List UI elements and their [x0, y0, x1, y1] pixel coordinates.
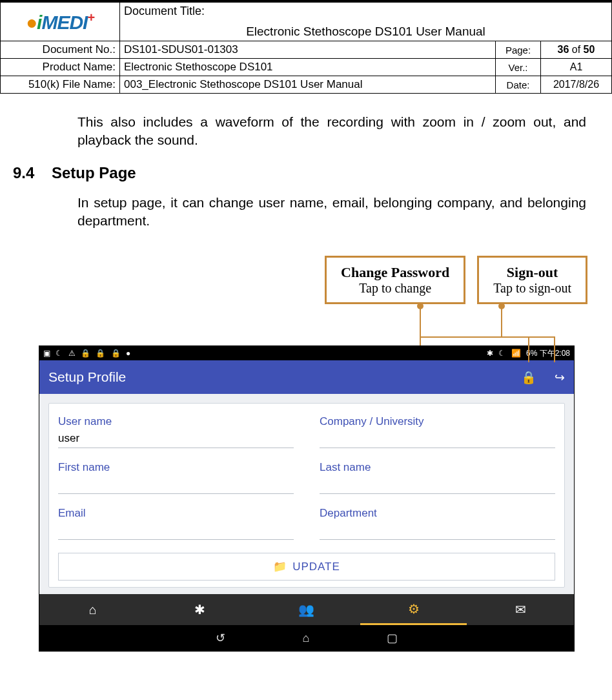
- callout-so-sub: Tap to sign-out: [493, 281, 571, 296]
- imedi-logo: ●iMEDI+: [26, 12, 94, 33]
- status-icon: ●: [126, 349, 130, 358]
- tab-mail[interactable]: ✉: [467, 594, 574, 625]
- user-name-label: User name: [58, 415, 294, 428]
- connector-line: [501, 308, 502, 338]
- doc-title-value: Electronic Stethoscope DS101 User Manual: [124, 18, 607, 39]
- logo-cell: ●iMEDI+: [1, 3, 120, 41]
- callout-cp-title: Change Password: [341, 264, 449, 281]
- file-label: 510(k) File Name:: [1, 76, 120, 94]
- ver-label: Ver.:: [496, 59, 541, 76]
- date-label: Date:: [496, 76, 541, 94]
- callout-so-title: Sign-out: [493, 264, 571, 281]
- android-status-bar: ▣ ☾ ⚠ 🔒 🔒 🔒 ● ✱ ☾ 📶 6% 下午2:08: [39, 346, 574, 360]
- callout-sign-out: Sign-out Tap to sign-out: [477, 256, 587, 304]
- folder-icon: 📁: [273, 560, 287, 573]
- connector-line: [528, 336, 529, 362]
- bluetooth-icon: ✱: [487, 349, 493, 358]
- nav-back-icon[interactable]: ↺: [216, 631, 225, 645]
- section-number: 9.4: [13, 164, 52, 182]
- status-icon: ☾: [56, 349, 63, 358]
- company-label: Company / University: [320, 415, 555, 428]
- callout-cp-sub: Tap to change: [341, 281, 449, 296]
- connector-line: [554, 336, 555, 362]
- paragraph-1: This also includes a waveform of the rec…: [0, 94, 612, 150]
- phone-screenshot: ▣ ☾ ⚠ 🔒 🔒 🔒 ● ✱ ☾ 📶 6% 下午2:08 Setup Prof…: [39, 345, 575, 652]
- tab-bluetooth[interactable]: ✱: [147, 594, 254, 625]
- doc-title-label: Document Title:: [124, 5, 607, 18]
- ver-value: A1: [541, 59, 612, 76]
- department-label: Department: [320, 507, 555, 520]
- doc-no-value: DS101-SDUS01-01303: [120, 41, 496, 59]
- callout-change-password: Change Password Tap to change: [325, 256, 465, 304]
- wifi-icon: 📶: [511, 349, 521, 358]
- doc-title-cell: Document Title: Electronic Stethoscope D…: [120, 3, 612, 41]
- status-icon: 🔒: [81, 349, 90, 358]
- file-value: 003_Electronic Stethoscope DS101 User Ma…: [120, 76, 496, 94]
- user-name-input[interactable]: [58, 431, 294, 448]
- app-bar: Setup Profile 🔒 ↪: [39, 360, 574, 394]
- email-input[interactable]: [58, 522, 294, 540]
- product-label: Product Name:: [1, 59, 120, 76]
- status-right-text: 6% 下午2:08: [526, 349, 570, 358]
- app-bar-title: Setup Profile: [48, 369, 126, 385]
- last-name-input[interactable]: [320, 477, 555, 494]
- email-label: Email: [58, 507, 294, 520]
- connector-line: [420, 308, 421, 345]
- first-name-input[interactable]: [58, 477, 294, 494]
- product-value: Electronic Stethoscope DS101: [120, 59, 496, 76]
- last-name-label: Last name: [320, 461, 555, 474]
- company-input[interactable]: [320, 431, 555, 448]
- tab-settings[interactable]: ⚙: [360, 594, 467, 625]
- android-nav-bar: ↺ ⌂ ▢: [39, 625, 574, 651]
- date-value: 2017/8/26: [541, 76, 612, 94]
- connector-line: [501, 336, 554, 338]
- update-label: UPDATE: [292, 561, 340, 573]
- nav-home-icon[interactable]: ⌂: [303, 632, 310, 645]
- status-icon: ▣: [43, 349, 50, 358]
- doc-no-label: Document No.:: [1, 41, 120, 59]
- department-input[interactable]: [320, 522, 555, 540]
- page-label: Page:: [496, 41, 541, 59]
- status-icon: ⚠: [68, 349, 76, 358]
- tab-home[interactable]: ⌂: [39, 594, 147, 625]
- nav-recent-icon[interactable]: ▢: [387, 631, 398, 645]
- moon-icon: ☾: [498, 349, 505, 358]
- status-icon: 🔒: [96, 349, 105, 358]
- paragraph-2: In setup page, it can change user name, …: [0, 190, 612, 231]
- section-title: Setup Page: [52, 164, 136, 182]
- page-value: 36 of 50: [541, 41, 612, 59]
- status-icon: 🔒: [111, 349, 121, 358]
- header-table: ●iMEDI+ Document Title: Electronic Steth…: [0, 2, 612, 94]
- update-button[interactable]: 📁 UPDATE: [58, 553, 555, 581]
- lock-icon[interactable]: 🔒: [521, 371, 536, 384]
- setup-card: User name Company / University First nam…: [48, 403, 565, 588]
- signout-icon[interactable]: ↪: [555, 371, 565, 384]
- bottom-tabs: ⌂ ✱ 👥 ⚙ ✉: [39, 594, 574, 625]
- tab-people[interactable]: 👥: [253, 594, 360, 625]
- first-name-label: First name: [58, 461, 294, 474]
